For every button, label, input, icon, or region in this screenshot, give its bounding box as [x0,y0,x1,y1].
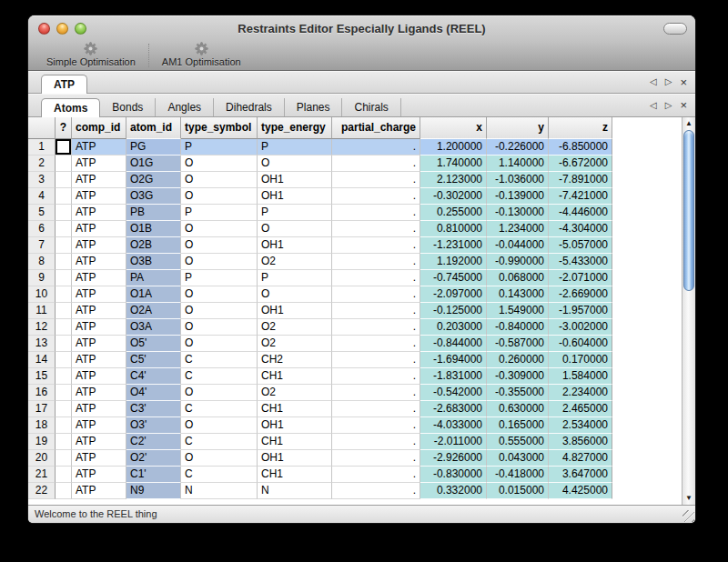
cell-z[interactable]: 3.647000 [549,467,612,483]
column-header-type_symbol[interactable]: type_symbol [181,117,258,139]
cell-y[interactable]: -0.840000 [487,319,549,336]
cell-type_symbol[interactable]: O [181,336,258,352]
cell-atom_id[interactable]: O2B [126,237,181,254]
cell-x[interactable]: -2.097000 [420,286,487,303]
cell-x[interactable]: 0.203000 [420,319,487,336]
cell-y[interactable]: 1.140000 [487,156,549,172]
cell-comp_id[interactable]: ATP [72,172,126,188]
cell-y[interactable]: 0.068000 [487,270,549,286]
cell-comp_id[interactable]: ATP [72,368,126,385]
cell-x[interactable]: -0.830000 [420,467,487,483]
cell-x[interactable]: -0.542000 [420,385,487,401]
cell-x[interactable]: -2.011000 [420,434,487,450]
cell-z[interactable]: 4.827000 [549,450,612,467]
zoom-window-button[interactable] [75,23,86,35]
cell-type_symbol[interactable]: O [181,450,258,467]
cell-partial_charge[interactable]: . [332,303,420,319]
cell-type_symbol[interactable]: O [181,188,258,205]
cell-partial_charge[interactable]: . [332,156,420,172]
am1-optimisation-button[interactable]: AM1 Optimisation [153,42,250,67]
cell-type_symbol[interactable]: O [181,172,258,188]
cell-type_energy[interactable]: OH1 [258,237,332,254]
cell-comp_id[interactable]: ATP [72,303,126,319]
row-number[interactable]: 16 [28,385,56,401]
cell-atom_id[interactable]: C3' [126,401,181,417]
cell-atom_id[interactable]: C1' [126,467,181,483]
cell-z[interactable]: -6.672000 [549,156,612,172]
cell-x[interactable]: 0.810000 [420,221,487,237]
cell-y[interactable]: 0.260000 [487,352,549,368]
cell-type_energy[interactable]: CH1 [258,368,332,385]
cell-x[interactable]: -2.683000 [420,401,487,417]
cell-y[interactable]: -1.036000 [487,172,549,188]
cell-x[interactable]: -1.694000 [420,352,487,368]
cell-partial_charge[interactable]: . [332,221,420,237]
cell-z[interactable]: -5.057000 [549,237,612,254]
minimize-window-button[interactable] [56,23,68,35]
cell-flag[interactable] [56,205,72,221]
cell-type_energy[interactable]: N [258,483,332,499]
cell-y[interactable]: -0.990000 [487,254,549,270]
cell-type_symbol[interactable]: P [181,205,258,221]
column-header-x[interactable]: x [420,117,487,139]
tab-chirals[interactable]: Chirals [342,98,400,116]
cell-atom_id[interactable]: PB [126,205,181,221]
tab-scroll-left-icon[interactable]: ◁ [650,101,657,110]
cell-atom_id[interactable]: O1B [126,221,181,237]
cell-flag[interactable] [56,286,72,303]
tab-scroll-right-icon[interactable]: ▷ [665,101,672,110]
row-number[interactable]: 20 [28,450,56,467]
cell-type_energy[interactable]: O [258,286,332,303]
cell-atom_id[interactable]: PA [126,270,181,286]
cell-y[interactable]: -0.418000 [487,467,549,483]
cell-type_symbol[interactable]: O [181,254,258,270]
tab-angles[interactable]: Angles [156,98,214,116]
scroll-down-icon[interactable]: ▼ [682,492,695,505]
cell-type_energy[interactable]: O [258,156,332,172]
cell-flag[interactable] [56,467,72,483]
cell-comp_id[interactable]: ATP [72,254,126,270]
cell-flag[interactable] [56,188,72,205]
cell-type_symbol[interactable]: O [181,303,258,319]
cell-x[interactable]: -1.231000 [420,237,487,254]
cell-atom_id[interactable]: O2' [126,450,181,467]
cell-comp_id[interactable]: ATP [72,336,126,352]
tab-planes[interactable]: Planes [285,98,343,116]
row-number[interactable]: 17 [28,401,56,417]
cell-comp_id[interactable]: ATP [72,385,126,401]
row-number[interactable]: 5 [28,205,56,221]
cell-z[interactable]: -7.891000 [549,172,612,188]
cell-comp_id[interactable]: ATP [72,450,126,467]
row-number[interactable]: 22 [28,483,56,499]
cell-type_energy[interactable]: O [258,221,332,237]
cell-x[interactable]: 2.123000 [420,172,487,188]
cell-y[interactable]: 0.015000 [487,483,549,499]
cell-y[interactable]: -0.226000 [487,139,549,156]
cell-x[interactable]: -0.745000 [420,270,487,286]
cell-z[interactable]: -0.604000 [549,336,612,352]
cell-y[interactable]: 0.630000 [487,401,549,417]
cell-comp_id[interactable]: ATP [72,139,126,156]
row-number[interactable]: 3 [28,172,56,188]
cell-z[interactable]: -2.071000 [549,270,612,286]
column-header-z[interactable]: z [549,117,612,139]
cell-y[interactable]: 0.165000 [487,417,549,434]
cell-atom_id[interactable]: O3B [126,254,181,270]
cell-comp_id[interactable]: ATP [72,188,126,205]
title-bar[interactable]: Restraints Editor Especially Ligands (RE… [28,15,695,41]
cell-partial_charge[interactable]: . [332,188,420,205]
cell-partial_charge[interactable]: . [332,450,420,467]
cell-partial_charge[interactable]: . [332,434,420,450]
cell-flag[interactable] [56,156,72,172]
cell-comp_id[interactable]: ATP [72,286,126,303]
cell-comp_id[interactable]: ATP [72,237,126,254]
cell-flag[interactable] [56,368,72,385]
scrollbar-thumb[interactable] [683,130,694,291]
tab-close-icon[interactable]: × [680,99,687,111]
cell-z[interactable]: -4.446000 [549,205,612,221]
cell-x[interactable]: 1.740000 [420,156,487,172]
cell-flag[interactable] [56,319,72,336]
cell-atom_id[interactable]: O1A [126,286,181,303]
cell-z[interactable]: -5.433000 [549,254,612,270]
cell-partial_charge[interactable]: . [332,172,420,188]
